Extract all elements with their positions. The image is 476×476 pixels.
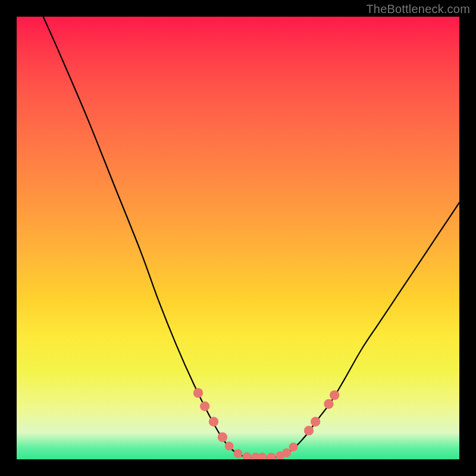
- data-marker: [258, 453, 267, 459]
- data-marker: [330, 390, 339, 400]
- watermark-label: TheBottleneck.com: [366, 2, 470, 16]
- data-marker: [234, 449, 243, 458]
- data-marker: [267, 453, 275, 459]
- chart-svg: [17, 17, 459, 459]
- data-marker: [193, 388, 203, 397]
- data-marker: [209, 417, 218, 427]
- data-marker: [218, 433, 227, 442]
- data-marker: [324, 399, 333, 409]
- bottleneck-curve: [43, 17, 459, 458]
- data-marker: [200, 402, 209, 411]
- data-marker: [242, 452, 251, 459]
- data-marker: [311, 417, 320, 427]
- data-marker: [289, 443, 298, 452]
- plot-area: [17, 17, 459, 459]
- data-marker: [304, 425, 314, 435]
- chart-frame: TheBottleneck.com: [0, 0, 476, 476]
- data-marker: [225, 441, 234, 450]
